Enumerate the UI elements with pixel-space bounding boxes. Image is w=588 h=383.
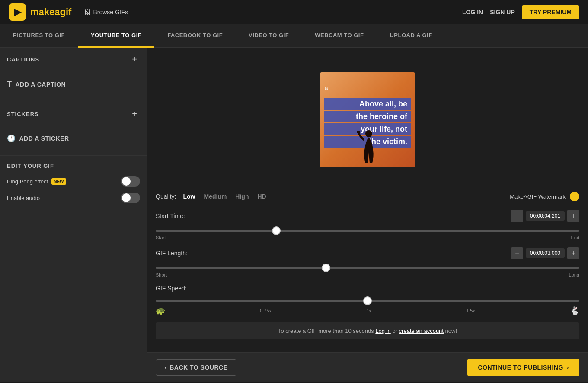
back-to-source-button[interactable]: ‹ BACK TO SOURCE <box>156 359 236 376</box>
text-icon: T <box>7 80 12 89</box>
controls-area: Quality: Low Medium High HD MakeAGIF Wat… <box>156 192 579 344</box>
quality-medium[interactable]: Medium <box>204 193 227 200</box>
tab-upload-a-gif[interactable]: UPLOAD A GIF <box>377 24 445 48</box>
content-wrapper: “ Above all, be the heroine of your life… <box>147 48 588 382</box>
captions-content: T ADD A CAPTION <box>0 71 147 102</box>
quality-high[interactable]: High <box>235 193 249 200</box>
start-time-plus-button[interactable]: + <box>567 210 579 222</box>
gif-speed-header: GIF Speed: <box>156 284 579 292</box>
stickers-content: 🕐 ADD A STICKER <box>0 126 147 155</box>
enable-audio-label-row: Enable audio <box>7 195 40 201</box>
add-sticker-button[interactable]: 🕐 ADD A STICKER <box>7 130 69 147</box>
watermark-toggle-dot[interactable] <box>570 192 579 201</box>
gif-length-minus-button[interactable]: − <box>511 247 523 259</box>
watermark-label: MakeAGIF Watermark <box>510 193 566 200</box>
enable-audio-toggle[interactable] <box>121 193 140 203</box>
enable-audio-label: Enable audio <box>7 195 40 201</box>
logo-icon: ▶ <box>9 3 26 21</box>
slow-speed-icon: 🐢 <box>156 306 165 315</box>
edit-gif-title: EDIT YOUR GIF <box>7 163 140 169</box>
ping-pong-row: Ping Pong effect NEW <box>7 176 140 187</box>
captions-section: CAPTIONS + T ADD A CAPTION <box>0 48 147 102</box>
quality-row: Quality: Low Medium High HD MakeAGIF Wat… <box>156 192 579 201</box>
toggle-knob <box>122 177 131 186</box>
fast-speed-icon: 🐇 <box>570 306 579 315</box>
speed-labels: 🐢 0.75x 1x 1.5x 🐇 <box>156 306 579 315</box>
create-account-link[interactable]: create an account <box>399 328 444 334</box>
start-time-label: Start Time: <box>156 212 185 219</box>
gif-length-plus-button[interactable]: + <box>567 247 579 259</box>
quality-low[interactable]: Low <box>183 193 195 200</box>
ping-pong-label: Ping Pong effect <box>7 178 48 185</box>
chevron-left-icon: ‹ <box>165 364 167 371</box>
start-time-minus-button[interactable]: − <box>511 210 523 222</box>
start-label-end: End <box>571 235 579 240</box>
logo-area: ▶ makeagif <box>9 3 71 21</box>
ping-pong-label-row: Ping Pong effect NEW <box>7 178 66 185</box>
stickers-title: STICKERS <box>7 111 39 117</box>
start-time-header: Start Time: − 00:00:04.201 + <box>156 210 579 222</box>
new-badge: NEW <box>51 178 66 185</box>
edit-gif-section: EDIT YOUR GIF Ping Pong effect NEW Enabl… <box>0 156 147 216</box>
sidebar: CAPTIONS + T ADD A CAPTION STICKERS + 🕐 … <box>0 48 147 382</box>
logo-text: makeagif <box>30 6 71 18</box>
stickers-section: STICKERS + 🕐 ADD A STICKER <box>0 102 147 156</box>
length-label-long: Long <box>569 272 579 277</box>
start-time-slider[interactable] <box>156 230 579 232</box>
gif-length-label: GIF Length: <box>156 250 188 257</box>
quote-line-2: the heroine of <box>324 111 411 122</box>
preview-container: “ Above all, be the heroine of your life… <box>156 56 579 183</box>
tab-video-to-gif[interactable]: VIDEO TO GIF <box>236 24 302 48</box>
nav-tabs: PICTURES TO GIF YOUTUBE TO GIF FACEBOOK … <box>0 24 588 48</box>
tab-youtube-to-gif[interactable]: YOUTUBE TO GIF <box>78 24 154 48</box>
image-icon: 🖼 <box>84 9 90 16</box>
stickers-section-header[interactable]: STICKERS + <box>0 102 147 126</box>
ping-pong-toggle[interactable] <box>121 176 140 187</box>
gif-length-header: GIF Length: − 00:00:03.000 + <box>156 247 579 259</box>
gif-length-value: 00:00:03.000 <box>526 248 565 258</box>
header: ▶ makeagif 🖼 Browse GIFs LOG IN SIGN UP … <box>0 0 588 24</box>
gif-length-section: GIF Length: − 00:00:03.000 + Short Long <box>156 247 579 277</box>
gif-length-value-row: − 00:00:03.000 + <box>511 247 579 259</box>
gif-length-slider[interactable] <box>156 267 579 269</box>
gif-speed-slider[interactable] <box>156 300 579 302</box>
start-time-section: Start Time: − 00:00:04.201 + Start End <box>156 210 579 240</box>
signup-button[interactable]: SIGN UP <box>490 9 515 16</box>
preview-image: “ Above all, be the heroine of your life… <box>320 72 415 167</box>
header-actions: LOG IN SIGN UP TRY PREMIUM <box>462 5 579 19</box>
login-button[interactable]: LOG IN <box>462 9 483 16</box>
tab-pictures-to-gif[interactable]: PICTURES TO GIF <box>0 24 78 48</box>
tab-facebook-to-gif[interactable]: FACEBOOK TO GIF <box>154 24 236 48</box>
svg-rect-1 <box>357 131 360 133</box>
speed-tick-075: 0.75x <box>260 308 272 313</box>
quality-options: Low Medium High HD <box>183 193 266 200</box>
footer-actions: ‹ BACK TO SOURCE CONTINUE TO PUBLISHING … <box>147 352 588 382</box>
svg-point-0 <box>365 130 372 137</box>
length-label-short: Short <box>156 272 167 277</box>
captions-title: CAPTIONS <box>7 56 39 63</box>
tab-webcam-to-gif[interactable]: WEBCAM TO GIF <box>302 24 377 48</box>
add-caption-plus-button[interactable]: + <box>129 54 140 65</box>
gif-speed-section: GIF Speed: 🐢 0.75x 1x 1.5x 🐇 <box>156 284 579 315</box>
silhouette-svg <box>352 129 383 167</box>
login-link[interactable]: Log in <box>375 328 390 334</box>
start-time-value: 00:00:04.201 <box>526 211 565 221</box>
content-area: “ Above all, be the heroine of your life… <box>147 48 588 352</box>
toggle-knob-audio <box>122 193 131 202</box>
add-sticker-plus-button[interactable]: + <box>129 108 140 119</box>
start-time-labels: Start End <box>156 235 579 240</box>
captions-section-header[interactable]: CAPTIONS + <box>0 48 147 71</box>
chevron-right-icon: › <box>567 364 569 371</box>
quote-line-1: Above all, be <box>324 98 411 110</box>
quality-label: Quality: <box>156 193 176 200</box>
start-time-value-row: − 00:00:04.201 + <box>511 210 579 222</box>
enable-audio-row: Enable audio <box>7 193 140 203</box>
add-caption-button[interactable]: T ADD A CAPTION <box>7 75 66 93</box>
quality-hd[interactable]: HD <box>257 193 266 200</box>
try-premium-button[interactable]: TRY PREMIUM <box>522 5 579 19</box>
quote-mark: “ <box>324 85 411 97</box>
speed-tick-15: 1.5x <box>466 308 475 313</box>
gif-speed-label: GIF Speed: <box>156 285 187 292</box>
browse-gifs-link[interactable]: 🖼 Browse GIFs <box>84 9 128 16</box>
continue-to-publishing-button[interactable]: CONTINUE TO PUBLISHING › <box>467 359 579 376</box>
